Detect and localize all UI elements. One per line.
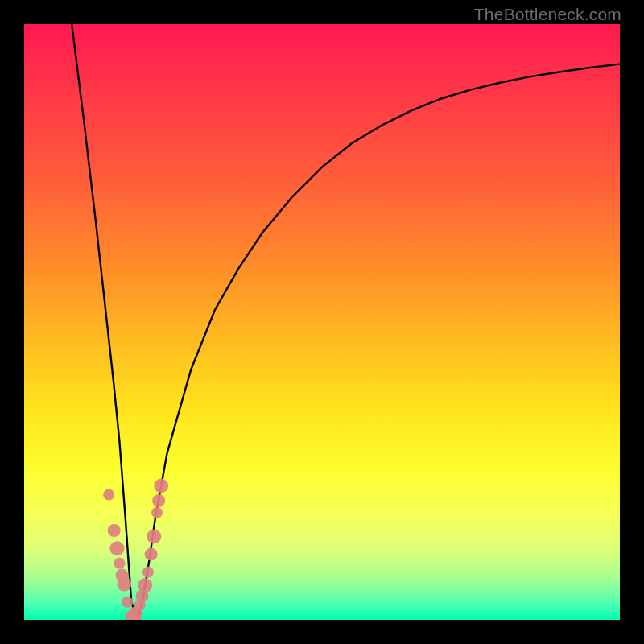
scatter-dot [142, 567, 154, 578]
chart-svg [24, 24, 620, 620]
attribution-watermark: TheBottleneck.com [474, 5, 621, 24]
plot-area [24, 24, 620, 620]
scatter-dot [122, 597, 133, 608]
scatter-dot [147, 529, 161, 543]
chart-frame: TheBottleneck.com [0, 0, 644, 644]
scatter-dot [103, 489, 114, 501]
scatter-dot [154, 479, 168, 493]
scatter-dot [145, 548, 158, 561]
scatter-dot [114, 558, 125, 569]
scatter-dot [109, 541, 124, 555]
scatter-dots [103, 479, 168, 621]
scatter-dot [151, 507, 163, 518]
scatter-dot [108, 524, 121, 537]
scatter-dot [117, 577, 131, 592]
scatter-dot [152, 494, 165, 507]
scatter-dot [138, 578, 152, 592]
